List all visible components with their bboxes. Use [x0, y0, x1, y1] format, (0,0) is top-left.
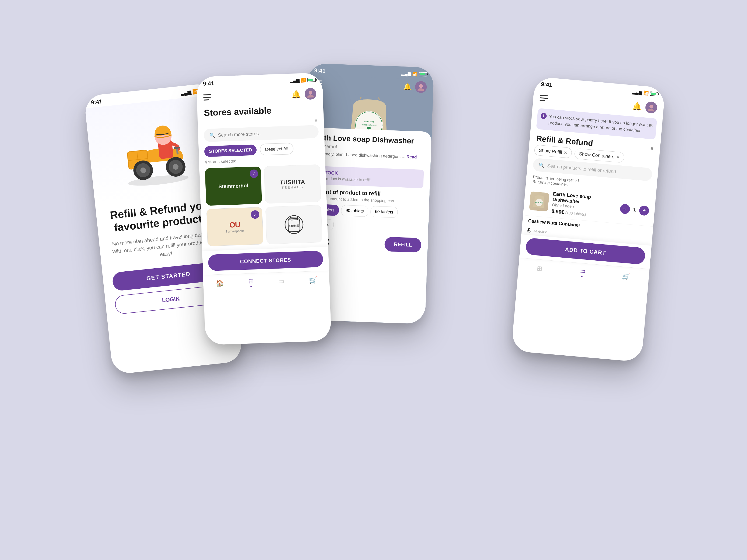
nav-tablet-4[interactable]: ▭	[579, 267, 586, 277]
time-phone4: 9:41	[541, 81, 552, 88]
qty-value-1: 1	[633, 207, 636, 213]
info-icon: i	[540, 113, 547, 119]
connect-stores-bar: CONNECT STORES	[202, 247, 329, 275]
user-avatar[interactable]	[304, 88, 316, 100]
user-avatar-3[interactable]	[415, 81, 427, 93]
time-phone3: 9:41	[314, 67, 326, 74]
wifi-icon-3: 📶	[412, 72, 418, 77]
status-icons-phone2: ▂▄▆ 📶	[290, 77, 316, 83]
hamburger-menu-button-4[interactable]	[539, 95, 548, 102]
svg-point-18	[419, 84, 423, 88]
status-icons-phone3: ▂▄▆ 📶	[401, 71, 427, 77]
battery-icon-phone4	[650, 91, 658, 96]
deselect-all-button[interactable]: Deselect All	[260, 142, 294, 155]
product-meta-1: (180 tablets)	[565, 211, 586, 216]
tablet-icon-4: ▭	[579, 267, 586, 275]
nav-active-dot-4	[581, 275, 583, 277]
refill-button[interactable]: REFILL	[384, 237, 421, 252]
search-icon-4: 🔍	[538, 162, 545, 168]
bell-icon-4[interactable]: 🔔	[632, 102, 642, 111]
selected-tag: selected	[534, 229, 548, 234]
svg-point-25	[649, 105, 653, 108]
stores-search-input[interactable]	[218, 129, 313, 138]
store-card-stemmerhof[interactable]: ✓ Stemmerhof	[205, 166, 262, 206]
wifi-icon-2: 📶	[301, 77, 306, 83]
phones-container: 9:41 ▂▄▆ 📶	[47, 23, 700, 537]
phone-refill-refund: 9:41 ▂▄▆ 📶 🔔	[511, 77, 666, 362]
scooter-svg	[114, 109, 196, 191]
signal-icon: ▂▄▆	[180, 89, 191, 96]
show-containers-label: Show Containers	[579, 151, 615, 160]
nav-icons-right-4: 🔔	[632, 100, 658, 114]
svg-text:earth love: earth love	[364, 120, 374, 123]
store-card-tushita[interactable]: TUSHITA TEEHAUS	[264, 164, 321, 204]
tablet-icon: ▭	[278, 277, 284, 285]
stemmerhof-label: Stemmerhof	[216, 180, 251, 192]
store-check-stemmerhof: ✓	[250, 169, 258, 178]
in-stock-badge: IN-STOCK This product is available to re…	[310, 166, 424, 188]
store-check-ohne: ✓	[251, 210, 259, 219]
battery-icon-phone2	[307, 78, 316, 82]
product-desc: Eco-friendly, plant-based dishwashing de…	[311, 151, 424, 167]
stores-grid: ✓ Stemmerhof TUSHITA TEEHAUS ✓ OU l unve…	[199, 164, 328, 247]
wifi-icon-4: 📶	[643, 90, 649, 96]
nav-home[interactable]: 🏠	[215, 279, 224, 287]
store-card-ohne-jar[interactable]: OHNE	[265, 205, 323, 244]
product-price-1: 8.90€	[551, 208, 564, 215]
product-thumb-inner-1: earth love	[529, 191, 549, 212]
qty-decrease-button-1[interactable]: −	[620, 204, 630, 214]
cart-icon: 🛒	[309, 276, 317, 284]
nav-icons-phone3: 🔔	[403, 80, 427, 93]
user-avatar-4[interactable]	[645, 101, 658, 114]
home-icon: 🏠	[215, 279, 224, 287]
product-info-1: Earth Love soap Dishwasher Ohne Laden 8.…	[551, 191, 617, 220]
nav-active-dot	[251, 286, 252, 287]
amount-60-button[interactable]: 60 tablets	[370, 206, 398, 218]
connect-stores-button[interactable]: CONNECT STORES	[208, 250, 323, 271]
nav-cart-4[interactable]: 🛒	[622, 272, 631, 280]
grid-icon-4: ⊞	[537, 264, 543, 272]
search-placeholder-4: Search products to refill or refund	[547, 163, 616, 174]
info-close-button[interactable]: ✕	[649, 121, 654, 129]
grid-icon: ⊞	[248, 277, 254, 285]
show-refill-label: Show Refill	[539, 148, 562, 155]
signal-icon-2: ▂▄▆	[290, 78, 300, 83]
battery-icon-phone3	[419, 72, 428, 77]
nav-grid[interactable]: ⊞	[248, 277, 254, 288]
svg-text:OHNE: OHNE	[289, 224, 299, 228]
time-phone2: 9:41	[203, 80, 214, 87]
bell-icon[interactable]: 🔔	[291, 89, 301, 99]
remove-refill-filter[interactable]: ✕	[564, 150, 568, 155]
phone-stores: 9:41 ▂▄▆ 📶 🔔	[196, 73, 332, 345]
nav-tablet[interactable]: ▭	[278, 277, 284, 285]
filter-menu-icon[interactable]: ≡	[650, 145, 654, 152]
remove-containers-filter[interactable]: ✕	[616, 155, 620, 160]
search-icon: 🔍	[209, 132, 215, 138]
ohne-jar-logo: OHNE	[284, 215, 304, 234]
status-icons-phone4: ▂▄▆ 📶	[633, 89, 659, 97]
bell-icon-3[interactable]: 🔔	[403, 83, 412, 90]
nav-cart[interactable]: 🛒	[309, 276, 317, 284]
qty-increase-button-1[interactable]: +	[639, 205, 649, 216]
nav-grid-4[interactable]: ⊞	[537, 264, 543, 272]
cart-price: £	[527, 226, 531, 234]
tushita-logo: TUSHITA TEEHAUS	[280, 179, 306, 190]
cart-icon-4: 🛒	[622, 272, 631, 280]
svg-point-14	[308, 91, 312, 95]
signal-icon-3: ▂▄▆	[401, 71, 411, 76]
signal-icon-4: ▂▄▆	[633, 89, 642, 95]
product-thumb-1: earth love	[529, 191, 549, 212]
stores-selected-chip[interactable]: STORES SELECTED	[204, 144, 257, 157]
product-img-svg-1: earth love	[532, 194, 547, 209]
amount-90-button[interactable]: 90 tablets	[341, 205, 368, 217]
qty-control-1: − 1 +	[620, 204, 649, 216]
info-banner-text: You can stock your pantry here! If you n…	[548, 114, 651, 133]
store-card-ohne[interactable]: ✓ OU l unverpackt	[206, 207, 263, 246]
time-phone1: 9:41	[91, 98, 102, 106]
hamburger-menu-button[interactable]	[203, 94, 211, 101]
nav-icons-right: 🔔	[291, 88, 316, 100]
